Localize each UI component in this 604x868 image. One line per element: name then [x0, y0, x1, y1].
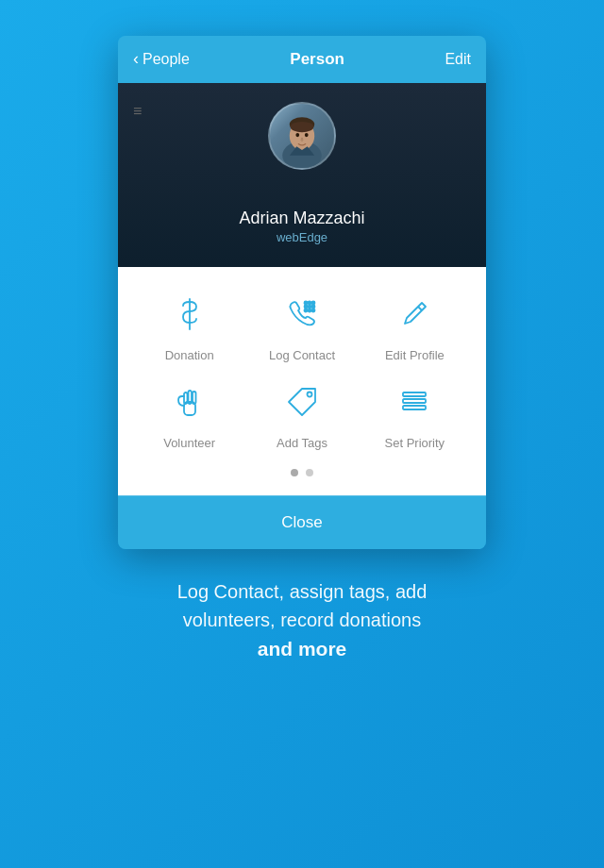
edit-profile-label: Edit Profile	[385, 348, 445, 362]
edit-button[interactable]: Edit	[445, 51, 471, 68]
svg-rect-25	[403, 406, 426, 409]
svg-point-10	[311, 301, 314, 304]
back-label: People	[143, 51, 190, 68]
volunteer-action[interactable]: Volunteer	[133, 377, 245, 450]
profile-header: ≡	[118, 83, 486, 267]
bottom-line2: volunteers, record donations	[183, 609, 421, 630]
donation-action[interactable]: Donation	[133, 290, 245, 362]
profile-info: Adrian Mazzachi webEdge	[133, 209, 471, 244]
svg-rect-24	[403, 399, 426, 403]
add-tags-label: Add Tags	[277, 436, 327, 450]
svg-point-11	[304, 305, 307, 308]
log-contact-action[interactable]: Log Contact	[245, 290, 358, 362]
dollar-icon	[165, 290, 214, 339]
svg-point-12	[308, 305, 310, 308]
svg-rect-23	[403, 392, 426, 396]
svg-point-9	[308, 301, 310, 304]
log-contact-label: Log Contact	[269, 348, 335, 362]
svg-line-17	[418, 307, 422, 310]
volunteer-label: Volunteer	[163, 436, 215, 450]
phone-container: ‹ People Person Edit ≡	[118, 36, 486, 549]
bottom-text: Log Contact, assign tags, add volunteers…	[140, 577, 465, 664]
svg-point-22	[307, 392, 311, 396]
svg-point-5	[295, 133, 299, 137]
back-button[interactable]: ‹ People	[133, 50, 190, 69]
svg-point-14	[304, 309, 307, 311]
lines-icon	[390, 377, 439, 426]
profile-name: Adrian Mazzachi	[133, 209, 471, 228]
set-priority-action[interactable]: Set Priority	[359, 377, 471, 450]
bottom-line1: Log Contact, assign tags, add	[177, 581, 428, 602]
svg-point-13	[311, 305, 314, 308]
svg-point-16	[311, 309, 314, 311]
nav-title: Person	[290, 50, 344, 69]
phone-grid-icon	[277, 290, 327, 339]
nav-bar: ‹ People Person Edit	[118, 36, 486, 83]
dot-1	[291, 469, 298, 476]
svg-point-4	[291, 122, 314, 132]
bottom-bold: and more	[258, 638, 347, 659]
tag-icon	[277, 377, 327, 426]
profile-org: webEdge	[133, 230, 471, 244]
set-priority-label: Set Priority	[385, 436, 445, 450]
edit-profile-action[interactable]: Edit Profile	[359, 290, 471, 362]
svg-point-15	[308, 309, 310, 311]
add-tags-action[interactable]: Add Tags	[245, 377, 358, 450]
chevron-left-icon: ‹	[133, 49, 139, 69]
svg-point-6	[305, 133, 309, 137]
avatar	[268, 102, 336, 170]
close-button[interactable]: Close	[118, 495, 486, 549]
donation-label: Donation	[165, 348, 214, 362]
action-grid: Donation	[133, 290, 471, 450]
svg-point-8	[304, 301, 307, 304]
dot-2	[306, 469, 313, 476]
pagination-dots	[133, 469, 471, 476]
action-grid-container: Donation	[118, 267, 486, 495]
pencil-icon	[390, 290, 439, 339]
hand-icon	[165, 377, 214, 426]
